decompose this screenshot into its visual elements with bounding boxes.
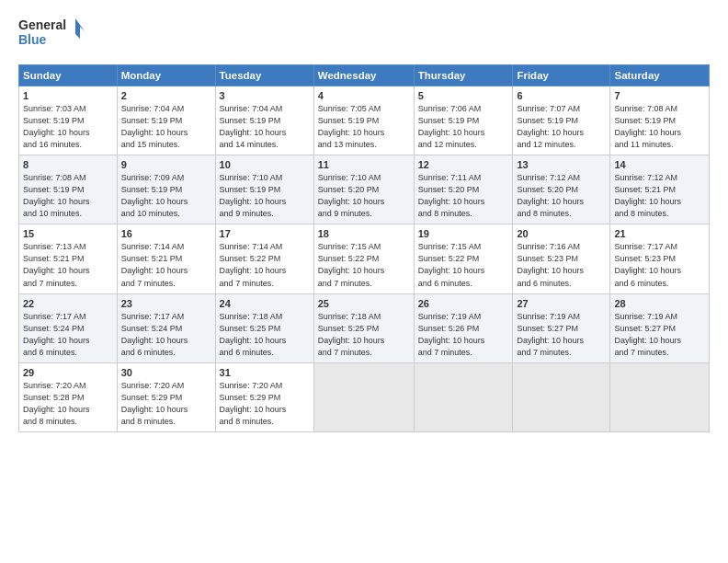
day-info: Sunrise: 7:13 AM Sunset: 5:21 PM Dayligh… — [23, 241, 113, 289]
day-number: 14 — [614, 159, 705, 170]
day-number: 23 — [121, 298, 211, 309]
calendar-week-row: 15Sunrise: 7:13 AM Sunset: 5:21 PM Dayli… — [19, 224, 710, 293]
calendar-header-monday: Monday — [117, 65, 215, 86]
day-info: Sunrise: 7:04 AM Sunset: 5:19 PM Dayligh… — [220, 103, 310, 151]
calendar-cell: 3Sunrise: 7:04 AM Sunset: 5:19 PM Daylig… — [215, 86, 313, 155]
day-number: 4 — [318, 90, 410, 101]
calendar-week-row: 8Sunrise: 7:08 AM Sunset: 5:19 PM Daylig… — [19, 155, 710, 224]
day-info: Sunrise: 7:15 AM Sunset: 5:22 PM Dayligh… — [418, 241, 509, 289]
day-info: Sunrise: 7:09 AM Sunset: 5:19 PM Dayligh… — [121, 172, 211, 220]
day-number: 13 — [517, 159, 606, 170]
day-number: 19 — [418, 228, 509, 239]
calendar-cell: 26Sunrise: 7:19 AM Sunset: 5:26 PM Dayli… — [414, 293, 513, 362]
day-number: 25 — [318, 298, 410, 309]
day-number: 11 — [318, 159, 410, 170]
day-number: 10 — [220, 159, 310, 170]
day-number: 5 — [418, 90, 509, 101]
header: General Blue — [18, 15, 710, 55]
day-info: Sunrise: 7:15 AM Sunset: 5:22 PM Dayligh… — [318, 241, 410, 289]
day-info: Sunrise: 7:12 AM Sunset: 5:20 PM Dayligh… — [517, 172, 606, 220]
calendar-cell: 16Sunrise: 7:14 AM Sunset: 5:21 PM Dayli… — [117, 224, 215, 293]
day-info: Sunrise: 7:12 AM Sunset: 5:21 PM Dayligh… — [614, 172, 705, 220]
calendar-cell — [313, 362, 414, 431]
day-number: 8 — [23, 159, 113, 170]
day-info: Sunrise: 7:18 AM Sunset: 5:25 PM Dayligh… — [220, 311, 310, 359]
calendar-cell: 8Sunrise: 7:08 AM Sunset: 5:19 PM Daylig… — [19, 155, 118, 224]
calendar-cell: 12Sunrise: 7:11 AM Sunset: 5:20 PM Dayli… — [414, 155, 513, 224]
day-info: Sunrise: 7:08 AM Sunset: 5:19 PM Dayligh… — [23, 172, 113, 220]
calendar-cell: 7Sunrise: 7:08 AM Sunset: 5:19 PM Daylig… — [610, 86, 710, 155]
calendar-cell — [610, 362, 710, 431]
calendar-week-row: 22Sunrise: 7:17 AM Sunset: 5:24 PM Dayli… — [19, 293, 710, 362]
day-number: 6 — [517, 90, 606, 101]
calendar-cell: 31Sunrise: 7:20 AM Sunset: 5:29 PM Dayli… — [215, 362, 313, 431]
calendar-cell: 14Sunrise: 7:12 AM Sunset: 5:21 PM Dayli… — [610, 155, 710, 224]
calendar-cell: 21Sunrise: 7:17 AM Sunset: 5:23 PM Dayli… — [610, 224, 710, 293]
day-info: Sunrise: 7:17 AM Sunset: 5:24 PM Dayligh… — [121, 311, 211, 359]
page: General Blue SundayMondayTuesdayWednesda… — [0, 0, 728, 563]
day-number: 22 — [23, 298, 113, 309]
day-info: Sunrise: 7:19 AM Sunset: 5:27 PM Dayligh… — [517, 311, 606, 359]
calendar-cell: 5Sunrise: 7:06 AM Sunset: 5:19 PM Daylig… — [414, 86, 513, 155]
day-number: 15 — [23, 228, 113, 239]
general-blue-logo-icon: General Blue — [18, 15, 92, 55]
day-number: 24 — [220, 298, 310, 309]
calendar-week-row: 1Sunrise: 7:03 AM Sunset: 5:19 PM Daylig… — [19, 86, 710, 155]
calendar-header-sunday: Sunday — [19, 65, 118, 86]
calendar-cell: 25Sunrise: 7:18 AM Sunset: 5:25 PM Dayli… — [313, 293, 414, 362]
day-info: Sunrise: 7:20 AM Sunset: 5:28 PM Dayligh… — [23, 380, 113, 428]
day-info: Sunrise: 7:19 AM Sunset: 5:27 PM Dayligh… — [614, 311, 705, 359]
day-info: Sunrise: 7:14 AM Sunset: 5:21 PM Dayligh… — [121, 241, 211, 289]
calendar-cell: 10Sunrise: 7:10 AM Sunset: 5:19 PM Dayli… — [215, 155, 313, 224]
calendar-cell: 1Sunrise: 7:03 AM Sunset: 5:19 PM Daylig… — [19, 86, 118, 155]
calendar-cell — [414, 362, 513, 431]
svg-text:General: General — [18, 17, 66, 32]
day-number: 3 — [220, 90, 310, 101]
day-number: 27 — [517, 298, 606, 309]
calendar-cell: 6Sunrise: 7:07 AM Sunset: 5:19 PM Daylig… — [513, 86, 610, 155]
day-info: Sunrise: 7:04 AM Sunset: 5:19 PM Dayligh… — [121, 103, 211, 151]
calendar-cell: 20Sunrise: 7:16 AM Sunset: 5:23 PM Dayli… — [513, 224, 610, 293]
calendar-cell: 9Sunrise: 7:09 AM Sunset: 5:19 PM Daylig… — [117, 155, 215, 224]
calendar-header-row: SundayMondayTuesdayWednesdayThursdayFrid… — [19, 65, 710, 86]
day-info: Sunrise: 7:10 AM Sunset: 5:19 PM Dayligh… — [220, 172, 310, 220]
day-number: 30 — [121, 367, 211, 378]
calendar-cell: 23Sunrise: 7:17 AM Sunset: 5:24 PM Dayli… — [117, 293, 215, 362]
calendar-cell — [513, 362, 610, 431]
day-number: 28 — [614, 298, 705, 309]
day-info: Sunrise: 7:18 AM Sunset: 5:25 PM Dayligh… — [318, 311, 410, 359]
day-info: Sunrise: 7:20 AM Sunset: 5:29 PM Dayligh… — [220, 380, 310, 428]
day-number: 17 — [220, 228, 310, 239]
day-number: 29 — [23, 367, 113, 378]
calendar-cell: 30Sunrise: 7:20 AM Sunset: 5:29 PM Dayli… — [117, 362, 215, 431]
calendar-cell: 13Sunrise: 7:12 AM Sunset: 5:20 PM Dayli… — [513, 155, 610, 224]
day-number: 21 — [614, 228, 705, 239]
day-info: Sunrise: 7:20 AM Sunset: 5:29 PM Dayligh… — [121, 380, 211, 428]
day-info: Sunrise: 7:07 AM Sunset: 5:19 PM Dayligh… — [517, 103, 606, 151]
calendar-cell: 28Sunrise: 7:19 AM Sunset: 5:27 PM Dayli… — [610, 293, 710, 362]
calendar-week-row: 29Sunrise: 7:20 AM Sunset: 5:28 PM Dayli… — [19, 362, 710, 431]
calendar-cell: 11Sunrise: 7:10 AM Sunset: 5:20 PM Dayli… — [313, 155, 414, 224]
day-info: Sunrise: 7:11 AM Sunset: 5:20 PM Dayligh… — [418, 172, 509, 220]
day-number: 7 — [614, 90, 705, 101]
calendar-cell: 15Sunrise: 7:13 AM Sunset: 5:21 PM Dayli… — [19, 224, 118, 293]
calendar-cell: 19Sunrise: 7:15 AM Sunset: 5:22 PM Dayli… — [414, 224, 513, 293]
calendar-header-wednesday: Wednesday — [313, 65, 414, 86]
day-number: 9 — [121, 159, 211, 170]
calendar-header-tuesday: Tuesday — [215, 65, 313, 86]
day-info: Sunrise: 7:03 AM Sunset: 5:19 PM Dayligh… — [23, 103, 113, 151]
day-info: Sunrise: 7:06 AM Sunset: 5:19 PM Dayligh… — [418, 103, 509, 151]
day-info: Sunrise: 7:16 AM Sunset: 5:23 PM Dayligh… — [517, 241, 606, 289]
calendar-cell: 18Sunrise: 7:15 AM Sunset: 5:22 PM Dayli… — [313, 224, 414, 293]
day-info: Sunrise: 7:14 AM Sunset: 5:22 PM Dayligh… — [220, 241, 310, 289]
day-info: Sunrise: 7:19 AM Sunset: 5:26 PM Dayligh… — [418, 311, 509, 359]
day-info: Sunrise: 7:17 AM Sunset: 5:24 PM Dayligh… — [23, 311, 113, 359]
calendar-table: SundayMondayTuesdayWednesdayThursdayFrid… — [18, 64, 710, 432]
day-number: 12 — [418, 159, 509, 170]
day-number: 31 — [220, 367, 310, 378]
day-number: 26 — [418, 298, 509, 309]
calendar-cell: 4Sunrise: 7:05 AM Sunset: 5:19 PM Daylig… — [313, 86, 414, 155]
day-number: 16 — [121, 228, 211, 239]
logo: General Blue — [18, 15, 92, 55]
day-number: 2 — [121, 90, 211, 101]
